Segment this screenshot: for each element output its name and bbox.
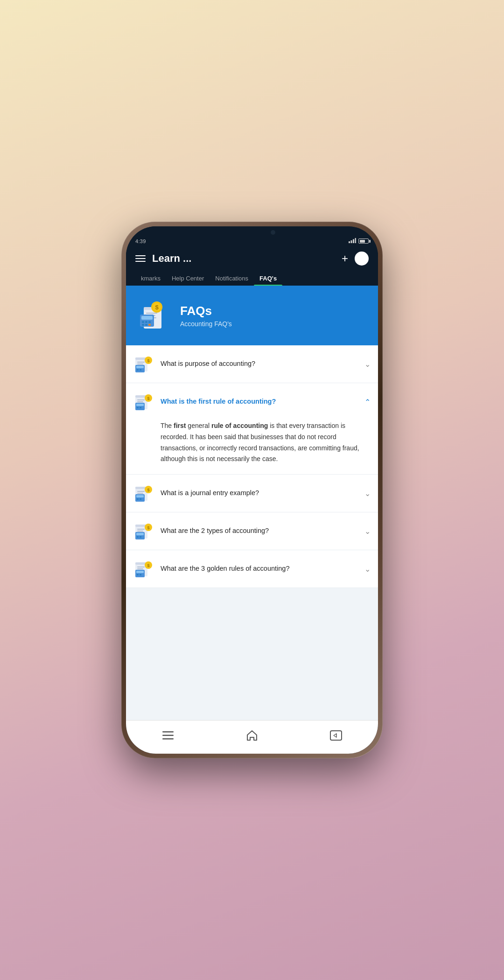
svg-text:$: $ — [147, 563, 149, 568]
svg-rect-11 — [142, 321, 144, 323]
bottom-nav-home-button[interactable] — [242, 725, 262, 746]
faq-item-5-icon: $ — [133, 559, 154, 579]
svg-rect-22 — [137, 362, 145, 363]
faq-banner: $ FAQs Accounting FAQ's — [126, 286, 378, 345]
faq-item-3-header[interactable]: $ What is a journal entry example? ⌄ — [126, 475, 378, 512]
svg-rect-38 — [137, 407, 139, 408]
svg-rect-0 — [349, 241, 350, 243]
faq-banner-icon: $ — [135, 297, 173, 334]
svg-rect-13 — [148, 321, 151, 323]
faq-item-2-header[interactable]: $ What is the first rule of accounting? … — [126, 383, 378, 420]
tab-bookmarks[interactable]: kmarks — [135, 271, 166, 286]
svg-rect-23 — [137, 364, 143, 364]
svg-text:$: $ — [155, 304, 159, 311]
svg-rect-15 — [145, 324, 147, 326]
faq-item-1-chevron: ⌄ — [364, 360, 371, 369]
faq-item-5-header[interactable]: $ What are the 3 golden rules of account… — [126, 550, 378, 588]
main-content: $ FAQs Accounting FAQ's — [126, 286, 378, 720]
bottom-navigation — [126, 720, 378, 754]
faq-item-2: $ What is the first rule of accounting? … — [126, 383, 378, 475]
bottom-nav-menu-button[interactable] — [158, 725, 178, 746]
svg-rect-67 — [137, 568, 143, 569]
faq-banner-title: FAQs — [180, 304, 369, 318]
faq-item-3-icon: $ — [133, 483, 154, 504]
svg-text:$: $ — [147, 396, 149, 401]
svg-rect-55 — [137, 529, 145, 530]
faq-item-4-icon: $ — [133, 521, 154, 541]
svg-rect-16 — [148, 324, 151, 326]
svg-rect-28 — [140, 369, 141, 371]
svg-rect-37 — [136, 404, 144, 406]
accounting-illustration: $ — [135, 297, 173, 334]
faq-item-2-chevron: ⌃ — [364, 398, 371, 406]
faq-item-1-title: What is purpose of accounting? — [161, 359, 358, 369]
header-top-bar: Learn ... + — [135, 252, 369, 271]
faq-item-3: $ What is a journal entry example? ⌄ — [126, 475, 378, 512]
svg-rect-77 — [162, 738, 174, 740]
svg-rect-6 — [146, 313, 157, 314]
svg-rect-26 — [136, 366, 144, 368]
svg-rect-33 — [137, 399, 145, 400]
faq-item-1-icon: $ — [133, 354, 154, 374]
faq-item-4-header[interactable]: $ What are the 2 types of accounting? ⌄ — [126, 512, 378, 550]
svg-rect-34 — [137, 401, 143, 402]
header-actions: + — [342, 252, 369, 266]
svg-rect-70 — [136, 571, 144, 573]
svg-rect-49 — [137, 498, 139, 500]
faq-item-2-body: The first general rule of accounting is … — [126, 420, 378, 474]
battery-icon — [358, 238, 369, 244]
svg-rect-50 — [140, 498, 141, 500]
tab-navigation: kmarks Help Center Notifications FAQ's — [135, 271, 369, 286]
faq-item-1-header[interactable]: $ What is purpose of accounting? ⌄ — [126, 345, 378, 383]
svg-rect-59 — [136, 533, 144, 535]
hamburger-menu-button[interactable] — [135, 255, 146, 262]
faq-item-3-chevron: ⌄ — [364, 489, 371, 498]
svg-text:$: $ — [147, 525, 149, 530]
svg-rect-66 — [137, 567, 145, 567]
status-time: 4:39 — [135, 238, 146, 244]
svg-rect-56 — [137, 531, 143, 532]
svg-text:$: $ — [147, 488, 149, 492]
svg-rect-44 — [137, 491, 145, 492]
faq-item-5-title: What are the 3 golden rules of accountin… — [161, 564, 358, 574]
faq-item-4-title: What are the 2 types of accounting? — [161, 526, 358, 536]
tab-notifications[interactable]: Notifications — [210, 271, 254, 286]
bottom-nav-back-button[interactable] — [326, 725, 346, 746]
svg-rect-39 — [140, 407, 141, 408]
svg-rect-60 — [137, 536, 139, 538]
svg-rect-27 — [137, 369, 139, 371]
svg-rect-14 — [142, 324, 144, 326]
svg-text:$: $ — [147, 358, 149, 363]
svg-rect-1 — [351, 240, 352, 243]
signal-icon — [349, 238, 356, 244]
faq-list: $ What is purpose of accounting? ⌄ — [126, 345, 378, 588]
faq-item-1: $ What is purpose of accounting? ⌄ — [126, 345, 378, 383]
svg-rect-75 — [162, 731, 174, 733]
tab-faqs[interactable]: FAQ's — [254, 271, 282, 286]
add-button[interactable]: + — [342, 253, 348, 264]
faq-banner-subtitle: Accounting FAQ's — [180, 320, 369, 328]
phone-screen: 4:39 — [126, 226, 378, 754]
svg-rect-12 — [145, 321, 147, 323]
svg-rect-61 — [140, 536, 141, 538]
tab-help-center[interactable]: Help Center — [166, 271, 210, 286]
avatar[interactable] — [355, 252, 369, 266]
faq-item-5-chevron: ⌄ — [364, 565, 371, 574]
svg-rect-72 — [140, 574, 141, 575]
svg-rect-10 — [141, 316, 153, 320]
phone-notch — [215, 226, 289, 239]
page-title: Learn ... — [152, 252, 342, 265]
faq-item-3-title: What is a journal entry example? — [161, 489, 358, 498]
faq-banner-text: FAQs Accounting FAQ's — [180, 304, 369, 328]
app-header: Learn ... + kmarks Help Center Not — [126, 247, 378, 286]
faq-item-2-icon: $ — [133, 392, 154, 412]
faq-item-2-title: What is the first rule of accounting? — [161, 397, 358, 406]
phone-device: 4:39 — [121, 222, 383, 758]
svg-rect-71 — [137, 574, 139, 575]
svg-rect-76 — [162, 735, 174, 736]
faq-item-4: $ What are the 2 types of accounting? ⌄ — [126, 512, 378, 550]
svg-rect-78 — [330, 731, 342, 740]
svg-rect-48 — [136, 495, 144, 497]
faq-item-4-chevron: ⌄ — [364, 527, 371, 536]
svg-rect-3 — [355, 238, 357, 243]
